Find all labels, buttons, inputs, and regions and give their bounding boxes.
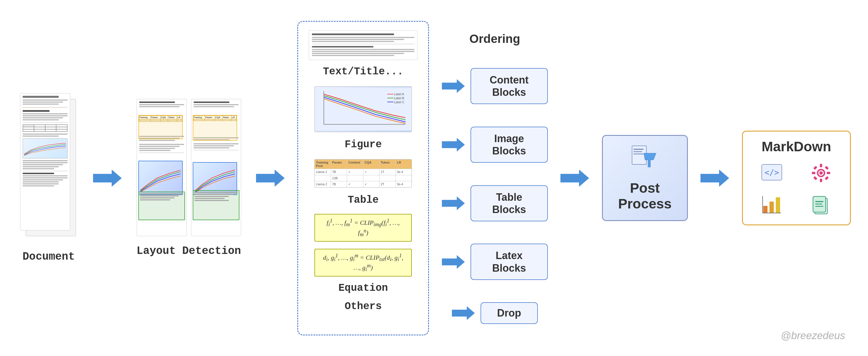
- svg-marker-13: [442, 197, 465, 210]
- svg-rect-18: [633, 149, 644, 150]
- svg-rect-29: [820, 179, 822, 182]
- svg-text:Label A: Label A: [394, 92, 404, 96]
- pipeline-equation-1: fi1, …, fm1 = CLIPimg(fi1, …, fmn): [314, 214, 412, 242]
- table-blocks-label-line2: Blocks: [475, 203, 543, 216]
- svg-marker-14: [442, 255, 465, 269]
- arrow-table: [442, 195, 465, 212]
- arrow-content: [442, 77, 465, 95]
- svg-marker-1: [256, 170, 285, 187]
- pipeline-figure-box: Label A Label B Label C: [314, 86, 412, 132]
- svg-rect-37: [770, 202, 774, 213]
- svg-rect-19: [633, 151, 642, 152]
- document-pages: [20, 93, 77, 242]
- pipeline-others-label: Others: [344, 300, 382, 312]
- svg-rect-38: [776, 197, 780, 213]
- table-blocks-label-line1: Table: [475, 191, 543, 203]
- arrow-drop: [452, 305, 475, 322]
- svg-text:Label B: Label B: [394, 96, 404, 100]
- image-blocks-box: Image Blocks: [470, 127, 548, 163]
- latex-blocks-row: Latex Blocks: [442, 244, 548, 280]
- svg-marker-23: [701, 170, 729, 187]
- pipeline-equation-2: di, gi1, …, gim = CLIPtxt(di, gi1, …, gi…: [314, 249, 412, 277]
- svg-rect-43: [815, 201, 823, 202]
- table-blocks-box: Table Blocks: [470, 185, 548, 221]
- arrow-image: [442, 136, 465, 153]
- drop-row: Drop: [452, 302, 538, 324]
- document-copy-icon: [808, 191, 834, 217]
- pipeline-table-label: Table: [348, 194, 379, 206]
- content-blocks-label-line1: Content: [475, 74, 543, 86]
- pipeline-table-box: Training Pool Param Content CQA Token LR…: [314, 159, 412, 187]
- layout-detection-section: TrainingParamCQATokenLR: [134, 99, 243, 257]
- svg-rect-36: [763, 206, 768, 213]
- layout-detection-label: Layout Detection: [136, 245, 241, 257]
- svg-marker-0: [93, 170, 122, 187]
- pipeline-mini-doc: [309, 30, 417, 60]
- svg-rect-35: [825, 176, 829, 180]
- markdown-output-box: MarkDown </>: [742, 131, 851, 225]
- arrow-to-markdown: [701, 168, 729, 188]
- svg-text:</>: </>: [765, 168, 779, 177]
- svg-rect-45: [815, 206, 823, 207]
- markdown-title: MarkDown: [750, 139, 843, 154]
- svg-rect-44: [815, 204, 822, 205]
- pipeline-box: Text/Title... Label A Label B Label C: [297, 21, 429, 335]
- chart-icon: [759, 191, 785, 217]
- latex-blocks-label-line2: Blocks: [475, 262, 543, 274]
- pipeline-figure-label: Figure: [344, 139, 382, 150]
- svg-rect-20: [633, 153, 644, 154]
- code-icon: </>: [759, 160, 785, 186]
- svg-rect-28: [820, 164, 822, 167]
- image-blocks-label-line1: Image: [475, 132, 543, 145]
- content-blocks-row: Content Blocks: [442, 68, 548, 104]
- document-section: Document: [17, 93, 80, 263]
- layout-page-right: TrainingParamCQATokenLR: [191, 99, 241, 236]
- document-label: Document: [23, 250, 75, 263]
- pipeline-text-label: Text/Title...: [323, 66, 403, 77]
- arrow-1: [93, 168, 122, 188]
- content-blocks-box: Content Blocks: [470, 68, 548, 104]
- svg-marker-15: [452, 306, 475, 320]
- svg-text:Label C: Label C: [394, 100, 405, 104]
- funnel-icon: [609, 144, 681, 176]
- content-blocks-label-line2: Blocks: [475, 86, 543, 98]
- drop-label: Drop: [486, 307, 533, 319]
- svg-marker-16: [560, 170, 589, 187]
- arrow-2: [256, 168, 285, 188]
- image-blocks-row: Image Blocks: [442, 127, 548, 163]
- document-page-front: [20, 93, 70, 230]
- post-process-box: Post Process: [602, 135, 688, 221]
- layout-page-left: TrainingParamCQATokenLR: [136, 99, 187, 236]
- drop-box: Drop: [480, 302, 538, 324]
- pipeline-equation-label: Equation: [339, 282, 388, 294]
- arrow-latex: [442, 253, 465, 271]
- gear-icon: [808, 160, 834, 186]
- latex-blocks-label-line1: Latex: [475, 249, 543, 262]
- post-process-section: Post Process: [602, 135, 688, 221]
- blocks-arrows-column: Ordering Content Blocks Image Blocks: [442, 21, 548, 335]
- post-process-label-line2: Process: [609, 196, 681, 212]
- latex-blocks-box: Latex Blocks: [470, 244, 548, 280]
- svg-rect-30: [812, 172, 815, 174]
- watermark: @breezedeus: [781, 330, 845, 342]
- svg-rect-33: [825, 166, 829, 170]
- image-blocks-label-line2: Blocks: [475, 145, 543, 157]
- layout-pages: TrainingParamCQATokenLR: [136, 99, 241, 236]
- svg-rect-34: [813, 176, 817, 180]
- svg-rect-32: [813, 166, 817, 170]
- ordering-label: Ordering: [469, 32, 520, 46]
- svg-rect-31: [827, 172, 830, 174]
- svg-marker-11: [442, 79, 465, 93]
- arrow-to-post-process: [560, 168, 589, 188]
- svg-marker-12: [442, 138, 465, 151]
- table-blocks-row: Table Blocks: [442, 185, 548, 221]
- svg-point-27: [819, 171, 823, 175]
- markdown-icons-grid: </>: [750, 160, 843, 217]
- post-process-label-line1: Post: [609, 180, 681, 196]
- main-container: Document TrainingParamCQATokenLR: [0, 0, 868, 356]
